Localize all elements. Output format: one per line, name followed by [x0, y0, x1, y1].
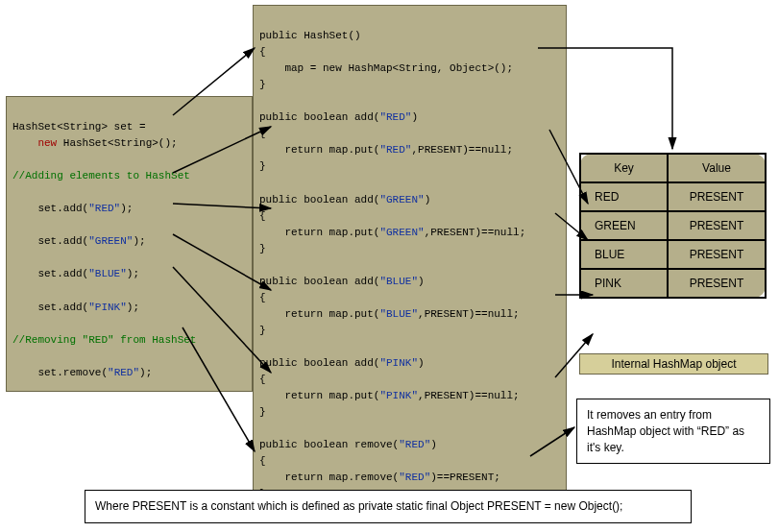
brace: }	[259, 160, 266, 172]
comment: //Adding elements to HashSet	[12, 170, 190, 181]
cell-key: PINK	[580, 269, 668, 298]
cell-value: PRESENT	[668, 269, 766, 298]
code-line: set.add(	[12, 268, 88, 279]
code-line: set.add(	[12, 302, 88, 313]
string: "RED"	[399, 439, 430, 450]
code-line: return map.put(	[259, 144, 379, 156]
code-line: );	[139, 367, 152, 378]
paren: )	[411, 111, 418, 123]
string: "GREEN"	[88, 235, 133, 247]
middle-code-box: public HashSet() { map = new HashMap<Str…	[253, 5, 567, 509]
table-header-key: Key	[580, 154, 668, 182]
hashmap-table: Key Value RED PRESENT GREEN PRESENT BLUE…	[579, 153, 767, 299]
string: "RED"	[379, 111, 411, 123]
string: "GREEN"	[379, 227, 424, 238]
code-line: HashSet<String> set =	[12, 121, 152, 133]
string: "PINK"	[88, 302, 127, 313]
code-line: set.add(	[12, 203, 88, 214]
code-line: set.remove(	[12, 367, 108, 378]
method-sig: public boolean remove(	[259, 439, 399, 450]
table-row: GREEN PRESENT	[580, 211, 766, 240]
code-line: map = new HashMap<String, Object>();	[259, 62, 513, 74]
code-line: HashSet<String>();	[57, 137, 177, 149]
method-sig: public HashSet()	[259, 30, 361, 41]
string: "GREEN"	[379, 194, 424, 206]
string: "BLUE"	[88, 268, 127, 279]
string: "RED"	[88, 203, 120, 214]
cell-key: BLUE	[580, 240, 668, 269]
paren: )	[418, 357, 425, 369]
cell-value: PRESENT	[668, 182, 766, 211]
brace: }	[259, 325, 266, 336]
code-line: return map.remove(	[259, 472, 399, 483]
cell-key: GREEN	[580, 211, 668, 240]
left-code-box: HashSet<String> set = new HashSet<String…	[6, 96, 253, 392]
paren: )	[425, 194, 431, 206]
string: "PINK"	[379, 390, 418, 401]
code-line: set.add(	[12, 235, 88, 247]
cell-value: PRESENT	[668, 240, 766, 269]
code-line: )==PRESENT;	[430, 472, 500, 483]
code-line: ,PRESENT)==null;	[425, 227, 526, 238]
brace: {	[259, 455, 266, 467]
method-sig: public boolean add(	[259, 357, 379, 369]
cell-value: PRESENT	[668, 211, 766, 240]
table-header-value: Value	[668, 154, 766, 182]
code-line: );	[127, 268, 139, 279]
table-row: PINK PRESENT	[580, 269, 766, 298]
string: "BLUE"	[379, 308, 418, 320]
brace: {	[259, 292, 266, 303]
brace: {	[259, 46, 266, 58]
code-line: ,PRESENT)==null;	[418, 308, 520, 320]
string: "RED"	[379, 144, 411, 156]
brace: }	[259, 243, 266, 254]
string: "BLUE"	[379, 276, 418, 287]
paren: )	[418, 276, 425, 287]
table-row: BLUE PRESENT	[580, 240, 766, 269]
footer-note: Where PRESENT is a constant which is def…	[85, 490, 692, 523]
comment: //Removing "RED" from HashSet	[12, 334, 196, 346]
cell-key: RED	[580, 182, 668, 211]
brace: }	[259, 79, 266, 90]
code-line: );	[133, 235, 145, 247]
code-line: ,PRESENT)==null;	[411, 144, 513, 156]
paren: )	[430, 439, 437, 450]
string: "PINK"	[379, 357, 418, 369]
code-line: return map.put(	[259, 227, 379, 238]
string: "RED"	[108, 367, 139, 378]
brace: }	[259, 406, 266, 418]
method-sig: public boolean add(	[259, 111, 379, 123]
keyword: new	[12, 137, 57, 149]
code-line: return map.put(	[259, 308, 379, 320]
brace: {	[259, 210, 266, 222]
code-line: );	[120, 203, 133, 214]
method-sig: public boolean add(	[259, 194, 379, 206]
code-line: ,PRESENT)==null;	[418, 390, 520, 401]
code-line: return map.put(	[259, 390, 379, 401]
code-line: );	[127, 302, 139, 313]
brace: {	[259, 374, 266, 385]
table-caption: Internal HashMap object	[579, 353, 768, 375]
brace: {	[259, 128, 266, 139]
method-sig: public boolean add(	[259, 276, 379, 287]
remove-note: It removes an entry from HashMap object …	[576, 399, 770, 464]
table-row: RED PRESENT	[580, 182, 766, 211]
string: "RED"	[399, 472, 430, 483]
